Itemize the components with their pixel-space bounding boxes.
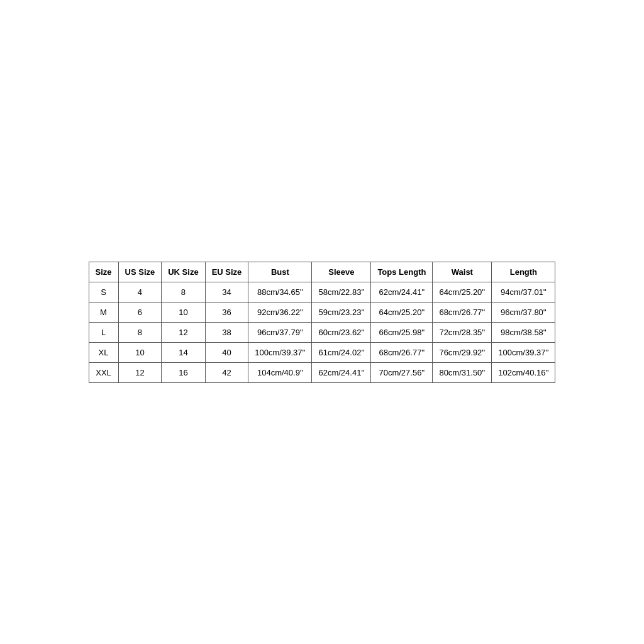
cell-length: 102cm/40.16'' <box>492 362 555 382</box>
cell-eu_size: 34 <box>205 282 248 302</box>
cell-eu_size: 38 <box>205 322 248 342</box>
cell-uk_size: 10 <box>162 302 205 322</box>
table-row: M6103692cm/36.22''59cm/23.23''64cm/25.20… <box>89 302 555 322</box>
cell-size: L <box>89 322 118 342</box>
cell-us_size: 12 <box>118 362 162 382</box>
cell-waist: 76cm/29.92'' <box>433 342 492 362</box>
cell-sleeve: 62cm/24.41'' <box>312 362 371 382</box>
cell-tops_length: 66cm/25.98'' <box>371 322 433 342</box>
cell-sleeve: 60cm/23.62'' <box>312 322 371 342</box>
cell-eu_size: 42 <box>205 362 248 382</box>
cell-sleeve: 59cm/23.23'' <box>312 302 371 322</box>
cell-size: XL <box>89 342 118 362</box>
cell-uk_size: 12 <box>162 322 205 342</box>
cell-tops_length: 62cm/24.41'' <box>371 282 433 302</box>
header-tops-length: Tops Length <box>371 262 433 282</box>
cell-sleeve: 58cm/22.83'' <box>312 282 371 302</box>
cell-tops_length: 68cm/26.77'' <box>371 342 433 362</box>
cell-eu_size: 40 <box>205 342 248 362</box>
cell-uk_size: 8 <box>162 282 205 302</box>
header-waist: Waist <box>433 262 492 282</box>
cell-bust: 92cm/36.22'' <box>248 302 312 322</box>
cell-eu_size: 36 <box>205 302 248 322</box>
cell-waist: 80cm/31.50'' <box>433 362 492 382</box>
table-row: XXL121642104cm/40.9''62cm/24.41''70cm/27… <box>89 362 555 382</box>
size-chart-table: Size US Size UK Size EU Size Bust Sleeve… <box>89 262 556 383</box>
table-row: L8123896cm/37.79''60cm/23.62''66cm/25.98… <box>89 322 555 342</box>
header-us-size: US Size <box>118 262 162 282</box>
table-row: S483488cm/34.65''58cm/22.83''62cm/24.41'… <box>89 282 555 302</box>
cell-sleeve: 61cm/24.02'' <box>312 342 371 362</box>
table-header-row: Size US Size UK Size EU Size Bust Sleeve… <box>89 262 555 282</box>
cell-uk_size: 14 <box>162 342 205 362</box>
header-uk-size: UK Size <box>162 262 205 282</box>
cell-length: 96cm/37.80'' <box>492 302 555 322</box>
cell-us_size: 4 <box>118 282 162 302</box>
cell-waist: 72cm/28.35'' <box>433 322 492 342</box>
cell-waist: 68cm/26.77'' <box>433 302 492 322</box>
cell-bust: 96cm/37.79'' <box>248 322 312 342</box>
cell-waist: 64cm/25.20'' <box>433 282 492 302</box>
cell-size: M <box>89 302 118 322</box>
cell-length: 98cm/38.58'' <box>492 322 555 342</box>
header-eu-size: EU Size <box>205 262 248 282</box>
cell-us_size: 6 <box>118 302 162 322</box>
cell-tops_length: 64cm/25.20'' <box>371 302 433 322</box>
cell-us_size: 10 <box>118 342 162 362</box>
cell-tops_length: 70cm/27.56'' <box>371 362 433 382</box>
cell-length: 100cm/39.37'' <box>492 342 555 362</box>
cell-size: XXL <box>89 362 118 382</box>
size-chart-container: Size US Size UK Size EU Size Bust Sleeve… <box>89 262 556 383</box>
header-size: Size <box>89 262 118 282</box>
cell-size: S <box>89 282 118 302</box>
cell-length: 94cm/37.01'' <box>492 282 555 302</box>
cell-bust: 104cm/40.9'' <box>248 362 312 382</box>
table-row: XL101440100cm/39.37''61cm/24.02''68cm/26… <box>89 342 555 362</box>
cell-us_size: 8 <box>118 322 162 342</box>
header-sleeve: Sleeve <box>312 262 371 282</box>
cell-uk_size: 16 <box>162 362 205 382</box>
cell-bust: 88cm/34.65'' <box>248 282 312 302</box>
cell-bust: 100cm/39.37'' <box>248 342 312 362</box>
header-bust: Bust <box>248 262 312 282</box>
header-length: Length <box>492 262 555 282</box>
